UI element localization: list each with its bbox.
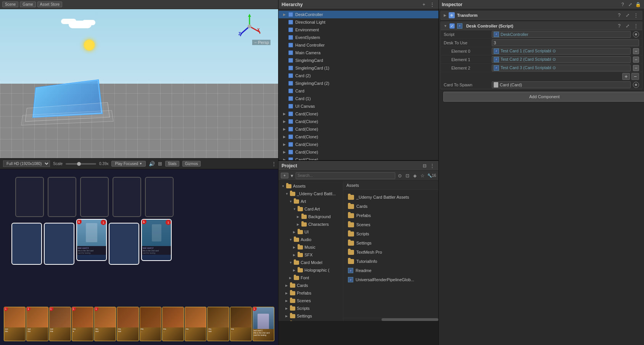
hierarchy-item-15[interactable]: ▶Card(Clone) <box>279 125 438 133</box>
deck-card-7[interactable]: this... <box>162 307 184 341</box>
hierarchy-item-14[interactable]: ▶Card(Clone) <box>279 118 438 125</box>
deck-card-9[interactable]: thistest <box>207 307 229 341</box>
hierarchy-item-18[interactable]: ▶Card(Clone) <box>279 148 438 156</box>
deck-card-last[interactable]: 1 test card 2this is the 2nd cardcard fo… <box>253 307 274 341</box>
transform-expand2-btn[interactable]: ⤢ <box>625 12 631 18</box>
tree-item-0[interactable]: ▼Assets <box>279 182 343 190</box>
deck-card-10[interactable]: this... <box>230 307 252 341</box>
element-2-minus-btn[interactable]: − <box>633 65 639 71</box>
hand-card-0[interactable] <box>11 223 42 265</box>
hierarchy-item-0[interactable]: ▶DeskController <box>279 11 438 18</box>
tree-item-4[interactable]: ▶Background <box>279 213 343 220</box>
tree-item-6[interactable]: ▶UI <box>279 228 343 236</box>
project-refresh-btn[interactable]: ⊙ <box>397 173 403 179</box>
desk-controller-header[interactable]: ▼ ✓ # Desk Controller (Script) ? ⤢ ⋮ <box>441 22 642 30</box>
deck-card-1[interactable]: 1 testthis <box>26 307 48 341</box>
gizmos-button[interactable]: Gizmos <box>182 161 201 167</box>
project-filter2-btn[interactable]: ◈ <box>412 173 418 179</box>
tree-item-1[interactable]: ▼_Udemy Card Battl... <box>279 190 343 198</box>
inspector-expand-btn[interactable]: ⤢ <box>627 2 633 8</box>
hand-card-2[interactable]: 1 1 test card 3 this is the 3rd card car… <box>76 219 107 261</box>
deck-card-6[interactable]: this... <box>140 307 161 341</box>
hand-card-3[interactable] <box>109 223 139 265</box>
more-options-button[interactable]: ⋮ <box>271 161 277 167</box>
element-2-value[interactable]: # Test Card 3 (Card Scriptabl ⊙ <box>492 65 631 71</box>
project-star-btn[interactable]: ☆ <box>420 173 426 179</box>
game-tab[interactable]: Game <box>20 2 35 7</box>
hierarchy-item-6[interactable]: SingleImgCard <box>279 57 438 64</box>
transform-menu-btn[interactable]: ⋮ <box>633 12 639 18</box>
remove-element-btn[interactable]: − <box>631 73 639 80</box>
card-to-spawn-value[interactable]: Card (Card) <box>492 81 631 88</box>
add-component-button[interactable]: Add Component <box>443 92 644 102</box>
project-filter1-btn[interactable]: ⊡ <box>404 173 411 179</box>
tree-item-18[interactable]: ▶TextMesh Pro <box>279 320 343 321</box>
hierarchy-item-10[interactable]: Card <box>279 87 438 95</box>
tree-item-13[interactable]: ▶Cards <box>279 282 343 289</box>
project-add-btn[interactable]: + <box>281 173 288 178</box>
asset-item-2[interactable]: Prefabs <box>346 211 435 220</box>
tree-item-16[interactable]: ▶Scripts <box>279 305 343 312</box>
asset-item-8[interactable]: #Readme <box>346 266 435 275</box>
asset-store-tab[interactable]: Asset Store <box>37 2 63 7</box>
hierarchy-item-9[interactable]: SingleImgCard (2) <box>279 79 438 87</box>
script-target-icon[interactable] <box>633 31 639 37</box>
tree-item-9[interactable]: ▶SFX <box>279 251 343 259</box>
project-search-input[interactable] <box>296 172 395 179</box>
hierarchy-item-19[interactable]: ▶Card(Clone) <box>279 156 438 160</box>
horizontal-scrollbar[interactable] <box>343 318 438 321</box>
project-save-btn[interactable]: ⊟ <box>422 163 428 169</box>
hierarchy-item-4[interactable]: Hand Controller <box>279 41 438 49</box>
element-1-minus-btn[interactable]: − <box>633 57 639 63</box>
hierarchy-item-5[interactable]: Main Camera <box>279 49 438 57</box>
inspector-lock-btn[interactable]: 🔒 <box>635 2 641 8</box>
asset-item-4[interactable]: Scripts <box>346 230 435 238</box>
element-1-value[interactable]: # Test Card 2 (Card Scriptabl ⊙ <box>492 56 631 63</box>
desk-expand2-btn[interactable]: ⤢ <box>625 23 631 29</box>
asset-item-1[interactable]: Cards <box>346 202 435 211</box>
hierarchy-add-btn[interactable]: + <box>421 2 427 8</box>
asset-item-3[interactable]: Scenes <box>346 220 435 229</box>
hand-card-4[interactable]: 1 1 test card 2 this is the 2nd card car… <box>141 219 172 261</box>
tree-item-12[interactable]: ▶Font <box>279 274 343 282</box>
stats-button[interactable]: Stats <box>165 161 179 167</box>
transform-question-btn[interactable]: ? <box>616 12 622 18</box>
asset-item-5[interactable]: Settings <box>346 239 435 247</box>
hierarchy-item-3[interactable]: EventSystem <box>279 34 438 41</box>
card-spawn-target-icon[interactable] <box>633 82 639 88</box>
deck-card-0[interactable]: 1 testthis <box>4 307 26 341</box>
hierarchy-item-16[interactable]: ▶Card(Clone) <box>279 133 438 141</box>
desk-question-btn[interactable]: ? <box>616 23 622 29</box>
asset-item-6[interactable]: TextMesh Pro <box>346 248 435 256</box>
desk-enabled-checkbox[interactable]: ✓ <box>449 23 455 29</box>
deck-card-3[interactable]: 1 thisis <box>72 307 93 341</box>
script-value[interactable]: # DeskController <box>492 31 631 38</box>
asset-item-7[interactable]: TutorialInfo <box>346 257 435 266</box>
desk-menu-btn[interactable]: ⋮ <box>633 23 639 29</box>
element-0-value[interactable]: # Test Card 1 (Card Scriptabl ⊙ <box>492 48 631 55</box>
tree-item-3[interactable]: ▼Card Art <box>279 205 343 213</box>
tree-item-10[interactable]: ▼Card Model <box>279 259 343 266</box>
hierarchy-item-1[interactable]: Directional Light <box>279 18 438 26</box>
desk-to-use-value[interactable]: 3 <box>492 39 639 46</box>
hierarchy-item-17[interactable]: ▶Card(Clone) <box>279 141 438 148</box>
tree-item-2[interactable]: ▼Art <box>279 198 343 205</box>
hierarchy-item-8[interactable]: Card (2) <box>279 72 438 79</box>
hierarchy-item-2[interactable]: Environment <box>279 26 438 34</box>
element-0-minus-btn[interactable]: − <box>633 48 639 54</box>
hierarchy-item-7[interactable]: SingleImgCard (1) <box>279 64 438 72</box>
scene-tab[interactable]: Scene <box>2 2 18 7</box>
hierarchy-menu-btn[interactable]: ⋮ <box>429 2 435 8</box>
inspector-question-btn[interactable]: ? <box>620 2 626 8</box>
asset-item-9[interactable]: #UniversalRenderPipelineGlob... <box>346 275 435 284</box>
tree-item-11[interactable]: ▶Holographic ( <box>279 266 343 274</box>
hand-card-1[interactable] <box>44 223 74 265</box>
add-element-btn[interactable]: + <box>622 73 630 80</box>
tree-item-17[interactable]: ▶Settings <box>279 312 343 320</box>
tree-item-7[interactable]: ▼Audio <box>279 236 343 243</box>
deck-card-4[interactable]: 1 thistest <box>94 307 116 341</box>
hierarchy-item-11[interactable]: Card (1) <box>279 95 438 102</box>
play-focused-button[interactable]: Play Focused ▼ <box>111 161 146 167</box>
hierarchy-item-12[interactable]: UI Canvas <box>279 102 438 110</box>
resolution-select[interactable]: Full HD (1920x1080) <box>3 160 50 167</box>
